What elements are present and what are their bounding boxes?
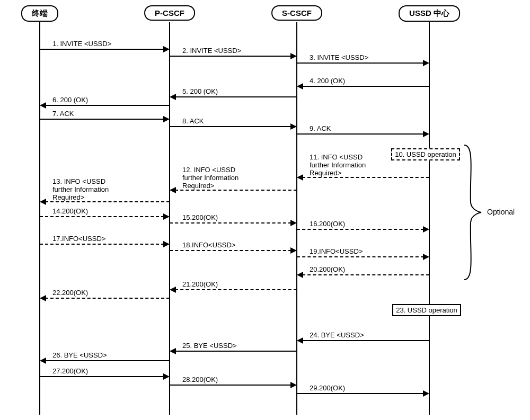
message-label: 13. INFO <USSD further Information Requi… <box>52 178 109 202</box>
message-label: 12. INFO <USSD further Information Requi… <box>182 166 238 190</box>
message-label: 26. BYE <USSD> <box>52 352 107 360</box>
message-label: 16.200(OK) <box>310 220 345 228</box>
message-label: 14.200(OK) <box>52 208 88 216</box>
message-label: 25. BYE <USSD> <box>182 342 237 350</box>
message-label: 27.200(OK) <box>52 368 88 376</box>
message-label: 2. INVITE <USSD> <box>182 47 241 55</box>
message-label: 6. 200 (OK) <box>52 96 88 104</box>
message-label: 22.200(OK) <box>52 289 88 297</box>
op23-label: 23. USSD operation <box>396 306 457 314</box>
message-label: 7. ACK <box>52 110 74 118</box>
message-label: 4. 200 (OK) <box>310 77 345 85</box>
message-label: 5. 200 (OK) <box>182 88 218 96</box>
actor-pcscf: P-CSCF <box>144 5 195 21</box>
message-label: 3. INVITE <USSD> <box>310 54 368 62</box>
op10-label: 10. USSD operation <box>395 150 456 158</box>
actor-scscf: S-CSCF <box>271 5 322 21</box>
sequence-diagram: 终端 P-CSCF S-CSCF USSD 中心 1. INVITE <USSD… <box>0 0 530 420</box>
message-label: 20.200(OK) <box>310 266 345 274</box>
message-label: 11. INFO <USSD further Information Requi… <box>310 154 366 177</box>
message-label: 21.200(OK) <box>182 281 218 289</box>
optional-brace-icon <box>463 144 484 281</box>
message-label: 8. ACK <box>182 118 204 126</box>
message-label: 29.200(OK) <box>310 385 345 392</box>
message-label: 24. BYE <USSD> <box>310 332 364 339</box>
lifeline-scscf <box>296 22 297 415</box>
message-label: 28.200(OK) <box>182 376 218 384</box>
op23-ussd-operation-box: 23. USSD operation <box>392 304 461 316</box>
message-label: 18.INFO<USSD> <box>182 242 235 249</box>
lifeline-ussd-center <box>429 22 430 415</box>
message-label: 9. ACK <box>310 125 331 133</box>
message-label: 17.INFO<USSD> <box>52 235 105 243</box>
actor-terminal: 终端 <box>21 5 58 22</box>
actor-ussd-center: USSD 中心 <box>399 5 460 22</box>
message-label: 19.INFO<USSD> <box>310 248 363 256</box>
optional-label: Optional <box>487 208 515 216</box>
lifeline-terminal <box>39 22 40 415</box>
message-label: 1. INVITE <USSD> <box>52 40 111 48</box>
op10-ussd-operation-box: 10. USSD operation <box>391 148 460 160</box>
message-label: 15.200(OK) <box>182 214 218 222</box>
